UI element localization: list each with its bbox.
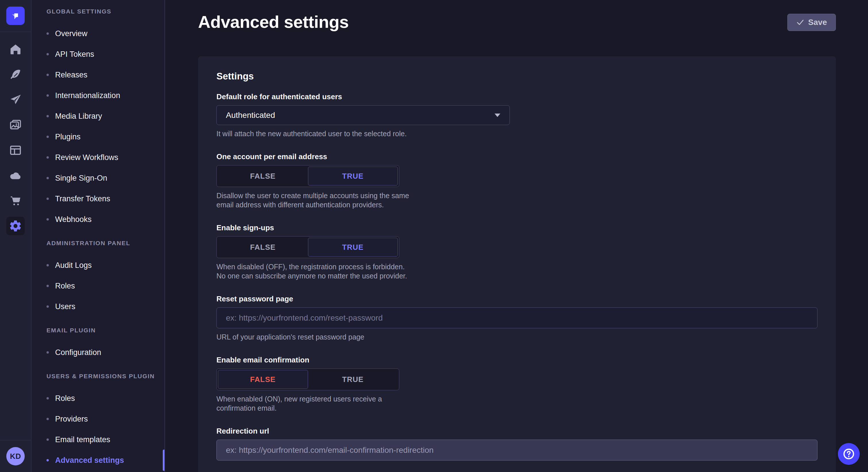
subnav-item-media-library[interactable]: Media Library: [46, 106, 164, 127]
field-hint: It will attach the new authenticated use…: [216, 129, 817, 138]
field-label: Redirection url: [216, 427, 817, 436]
bullet-icon: [46, 74, 49, 76]
check-icon: [796, 19, 804, 26]
bullet-icon: [46, 156, 49, 159]
toggle-false-button[interactable]: FALSE: [218, 167, 308, 186]
toggle-true-button[interactable]: TRUE: [308, 370, 398, 389]
bullet-icon: [46, 32, 49, 35]
one-account-toggle: FALSE TRUE: [216, 165, 399, 187]
field-label: Reset password page: [216, 294, 817, 303]
paper-plane-icon[interactable]: [6, 91, 25, 109]
subnav-item-overview[interactable]: Overview: [46, 23, 164, 44]
subnav-section-title: GLOBAL SETTINGS: [46, 7, 164, 15]
bullet-icon: [46, 198, 49, 200]
save-button[interactable]: Save: [787, 14, 836, 31]
help-button[interactable]: [838, 443, 860, 465]
settings-card: Settings Default role for authenticated …: [198, 56, 836, 472]
toggle-true-button[interactable]: TRUE: [308, 238, 398, 257]
field-hint: URL of your application's reset password…: [216, 332, 817, 341]
avatar[interactable]: KD: [6, 447, 25, 465]
feather-icon[interactable]: [6, 65, 25, 84]
toggle-false-button[interactable]: FALSE: [218, 370, 308, 389]
field-default-role: Default role for authenticated users Aut…: [216, 92, 817, 138]
field-label: Enable sign-ups: [216, 223, 817, 232]
redirection-url-input[interactable]: [216, 440, 817, 461]
subnav-section-title: EMAIL PLUGIN: [46, 326, 164, 334]
bullet-icon: [46, 418, 49, 420]
strapi-logo[interactable]: [6, 7, 25, 25]
active-item-indicator: [163, 450, 164, 471]
subnav-item-roles-admin[interactable]: Roles: [46, 276, 164, 296]
field-reset-password-page: Reset password page URL of your applicat…: [216, 294, 817, 341]
cloud-icon[interactable]: [6, 166, 25, 185]
page-title: Advanced settings: [198, 13, 349, 31]
bullet-icon: [46, 53, 49, 55]
subnav-section-users-permissions: USERS & PERMISSIONS PLUGIN Roles Provide…: [46, 372, 164, 471]
field-redirection-url: Redirection url: [216, 427, 817, 461]
subnav-section-title: ADMINISTRATION PANEL: [46, 239, 164, 247]
subnav-item-email-templates[interactable]: Email templates: [46, 429, 164, 450]
chevron-down-icon: [495, 113, 500, 117]
bullet-icon: [46, 264, 49, 266]
bullet-icon: [46, 218, 49, 221]
question-circle-icon: [842, 447, 856, 461]
rail-icon-list: [6, 32, 25, 235]
field-hint: When disabled (OFF), the registration pr…: [216, 262, 414, 280]
bullet-icon: [46, 115, 49, 117]
field-enable-sign-ups: Enable sign-ups FALSE TRUE When disabled…: [216, 223, 817, 280]
subnav-item-review-workflows[interactable]: Review Workflows: [46, 147, 164, 168]
field-hint: Disallow the user to create multiple acc…: [216, 191, 414, 209]
subnav-item-single-sign-on[interactable]: Single Sign-On: [46, 168, 164, 189]
default-role-select[interactable]: Authenticated: [216, 105, 510, 125]
email-confirmation-toggle: FALSE TRUE: [216, 369, 399, 390]
bullet-icon: [46, 94, 49, 97]
sign-ups-toggle: FALSE TRUE: [216, 236, 399, 258]
subnav-section-email-plugin: EMAIL PLUGIN Configuration: [46, 326, 164, 363]
toggle-false-button[interactable]: FALSE: [218, 238, 308, 257]
cart-icon[interactable]: [6, 192, 25, 210]
subnav-item-advanced-settings[interactable]: Advanced settings: [46, 450, 164, 471]
field-hint: When enabled (ON), new registered users …: [216, 394, 414, 413]
subnav-item-audit-logs[interactable]: Audit Logs: [46, 255, 164, 276]
subnav-section-title: USERS & PERMISSIONS PLUGIN: [46, 372, 164, 380]
bullet-icon: [46, 397, 49, 400]
subnav-item-configuration[interactable]: Configuration: [46, 342, 164, 363]
settings-gear-icon[interactable]: [6, 217, 25, 235]
subnav-item-plugins[interactable]: Plugins: [46, 127, 164, 147]
subnav-item-transfer-tokens[interactable]: Transfer Tokens: [46, 189, 164, 209]
layout-icon[interactable]: [6, 141, 25, 160]
reset-password-input[interactable]: [216, 307, 817, 328]
subnav-section-global: GLOBAL SETTINGS Overview API Tokens Rele…: [46, 7, 164, 230]
select-value: Authenticated: [226, 111, 275, 120]
subnav-item-providers[interactable]: Providers: [46, 409, 164, 429]
settings-card-title: Settings: [216, 71, 817, 82]
subnav-item-api-tokens[interactable]: API Tokens: [46, 44, 164, 65]
field-label: Default role for authenticated users: [216, 92, 817, 101]
bullet-icon: [46, 136, 49, 138]
field-label: Enable email confirmation: [216, 355, 817, 365]
subnav-item-users[interactable]: Users: [46, 296, 164, 317]
main-content: Advanced settings Save Settings Default …: [165, 0, 868, 472]
bullet-icon: [46, 177, 49, 179]
bullet-icon: [46, 285, 49, 287]
toggle-true-button[interactable]: TRUE: [308, 167, 398, 186]
subnav-item-webhooks[interactable]: Webhooks: [46, 209, 164, 230]
home-icon[interactable]: [6, 40, 25, 59]
subnav-item-releases[interactable]: Releases: [46, 65, 164, 85]
bullet-icon: [46, 459, 49, 461]
settings-subnav: GLOBAL SETTINGS Overview API Tokens Rele…: [32, 0, 165, 472]
bullet-icon: [46, 438, 49, 441]
main-nav-rail: KD: [0, 0, 32, 472]
field-label: One account per email address: [216, 152, 817, 161]
logo-container: [0, 0, 31, 32]
media-library-icon[interactable]: [6, 116, 25, 134]
subnav-section-admin-panel: ADMINISTRATION PANEL Audit Logs Roles Us…: [46, 239, 164, 317]
strapi-logo-icon: [10, 10, 21, 22]
page-header: Advanced settings Save: [165, 0, 868, 31]
rail-footer: KD: [0, 440, 31, 472]
subnav-item-internationalization[interactable]: Internationalization: [46, 85, 164, 106]
field-one-account-per-email: One account per email address FALSE TRUE…: [216, 152, 817, 209]
subnav-item-roles-up[interactable]: Roles: [46, 388, 164, 409]
bullet-icon: [46, 351, 49, 353]
field-enable-email-confirmation: Enable email confirmation FALSE TRUE Whe…: [216, 355, 817, 413]
